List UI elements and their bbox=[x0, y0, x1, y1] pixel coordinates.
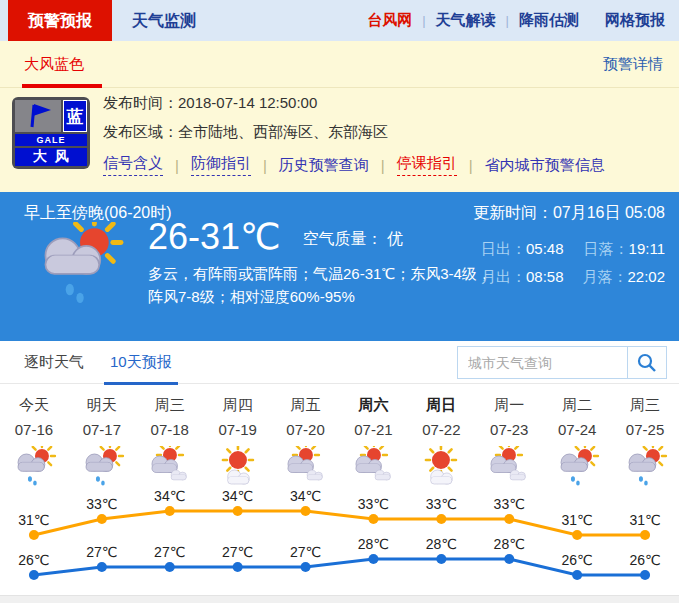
alert-detail-link[interactable]: 预警详情 bbox=[603, 55, 663, 74]
alert-title[interactable]: 大风蓝色 bbox=[24, 55, 84, 74]
day-date: 07-20 bbox=[272, 418, 340, 446]
current-main: 26-31℃ 空气质量： 优 bbox=[148, 218, 403, 256]
weather-icon bbox=[272, 446, 340, 488]
svg-text:34℃: 34℃ bbox=[290, 488, 321, 504]
tab-weather-monitor[interactable]: 天气监测 bbox=[112, 0, 216, 41]
weather-description-line2: 阵风7-8级；相对湿度60%-95% bbox=[148, 285, 492, 308]
weather-icon bbox=[136, 446, 204, 488]
tab-warning-forecast[interactable]: 预警预报 bbox=[8, 0, 112, 41]
nav-link-grid-forecast[interactable]: 网格预报 bbox=[605, 11, 665, 30]
temp-chart: 31℃33℃34℃34℃34℃33℃33℃33℃31℃31℃26℃27℃27℃2… bbox=[0, 488, 679, 595]
link-warning-history[interactable]: 历史预警查询 bbox=[279, 156, 369, 175]
top-nav: 预警预报 天气监测 台风网 | 天气解读 | 降雨估测 网格预报 bbox=[0, 0, 679, 41]
day-column[interactable]: 周一07-23 bbox=[475, 391, 543, 488]
city-search-input[interactable] bbox=[457, 346, 627, 379]
svg-text:27℃: 27℃ bbox=[86, 544, 117, 560]
svg-text:33℃: 33℃ bbox=[86, 496, 117, 512]
tab-10day-forecast[interactable]: 10天预报 bbox=[110, 353, 172, 372]
city-search bbox=[457, 346, 667, 379]
weather-icon bbox=[543, 446, 611, 488]
nav-links: 台风网 | 天气解读 | 降雨估测 网格预报 bbox=[367, 0, 665, 41]
day-date: 07-22 bbox=[407, 418, 475, 446]
publish-time-value: 2018-07-14 12:50:00 bbox=[178, 94, 317, 111]
forecast-tabbar: 逐时天气 10天预报 bbox=[0, 341, 679, 384]
svg-text:28℃: 28℃ bbox=[494, 536, 525, 552]
moonset-value: 22:02 bbox=[627, 268, 665, 285]
link-province-warnings[interactable]: 省内城市预警信息 bbox=[485, 156, 605, 175]
day-column[interactable]: 今天07-16 bbox=[0, 391, 68, 488]
nav-separator: | bbox=[506, 13, 509, 28]
weather-icon bbox=[204, 446, 272, 488]
day-date: 07-18 bbox=[136, 418, 204, 446]
gale-warning-badge: 蓝 GALE 大风 bbox=[12, 97, 90, 169]
svg-text:33℃: 33℃ bbox=[358, 496, 389, 512]
link-defense-guide[interactable]: 防御指引 bbox=[191, 154, 251, 176]
day-column[interactable]: 周二07-24 bbox=[543, 391, 611, 488]
sunset: 日落：19:11 bbox=[584, 240, 665, 259]
forecast-section: 逐时天气 10天预报 今天07-16 明天07-17 bbox=[0, 341, 679, 595]
weather-icon bbox=[68, 446, 136, 488]
day-name: 周六 bbox=[340, 391, 408, 418]
air-quality: 空气质量： 优 bbox=[303, 229, 403, 256]
badge-top: 蓝 bbox=[15, 100, 87, 132]
day-date: 07-17 bbox=[68, 418, 136, 446]
nav-link-rain-estimate[interactable]: 降雨估测 bbox=[519, 11, 579, 30]
svg-text:31℃: 31℃ bbox=[629, 512, 660, 528]
link-signal-meaning[interactable]: 信号含义 bbox=[103, 154, 163, 176]
link-separator: | bbox=[381, 157, 385, 174]
weather-description-line1: 多云，有阵雨或雷阵雨；气温26-31℃；东风3-4级， bbox=[148, 262, 492, 285]
link-separator: | bbox=[469, 157, 473, 174]
weather-icon bbox=[611, 446, 679, 488]
weather-icon bbox=[475, 446, 543, 488]
day-date: 07-16 bbox=[0, 418, 68, 446]
link-separator: | bbox=[175, 157, 179, 174]
svg-text:31℃: 31℃ bbox=[562, 512, 593, 528]
city-search-button[interactable] bbox=[627, 346, 667, 379]
badge-code: GALE bbox=[15, 134, 87, 146]
moonset-label: 月落： bbox=[582, 268, 627, 285]
air-quality-label: 空气质量： bbox=[303, 230, 383, 247]
link-class-suspension[interactable]: 停课指引 bbox=[397, 154, 457, 176]
day-column[interactable]: 周日07-22 bbox=[407, 391, 475, 488]
search-icon bbox=[636, 352, 658, 374]
badge-level-char: 蓝 bbox=[63, 100, 87, 132]
svg-text:33℃: 33℃ bbox=[426, 496, 457, 512]
sun-moon-times: 日出：05:48 日落：19:11 月出：08:58 月落：22:02 bbox=[481, 240, 665, 296]
moon-times-row: 月出：08:58 月落：22:02 bbox=[481, 268, 665, 287]
sunrise: 日出：05:48 bbox=[481, 240, 564, 259]
weather-widget: 预警预报 天气监测 台风网 | 天气解读 | 降雨估测 网格预报 大风蓝色 预警… bbox=[0, 0, 679, 603]
update-time-label: 更新时间： bbox=[473, 204, 553, 221]
publish-time-label: 发布时间： bbox=[103, 94, 178, 111]
nav-link-typhoon[interactable]: 台风网 bbox=[367, 11, 412, 30]
svg-text:27℃: 27℃ bbox=[154, 544, 185, 560]
day-name: 周三 bbox=[136, 391, 204, 418]
svg-text:27℃: 27℃ bbox=[290, 544, 321, 560]
alert-bar: 大风蓝色 预警详情 bbox=[0, 41, 679, 88]
sunrise-value: 05:48 bbox=[526, 240, 564, 257]
sunset-label: 日落： bbox=[584, 240, 629, 257]
badge-name: 大风 bbox=[15, 148, 87, 166]
moonrise-label: 月出： bbox=[481, 268, 526, 285]
weather-icon bbox=[0, 446, 68, 488]
current-weather-icon bbox=[26, 222, 130, 308]
svg-text:26℃: 26℃ bbox=[629, 552, 660, 568]
day-column[interactable]: 周五07-20 bbox=[272, 391, 340, 488]
svg-text:33℃: 33℃ bbox=[494, 496, 525, 512]
day-date: 07-23 bbox=[475, 418, 543, 446]
warning-section: 大风蓝色 预警详情 蓝 GALE 大风 发布时间：2018-07-14 12:5… bbox=[0, 41, 679, 192]
nav-link-weather-explain[interactable]: 天气解读 bbox=[436, 11, 496, 30]
publish-area-value: 全市陆地、西部海区、东部海区 bbox=[178, 123, 388, 140]
day-column[interactable]: 周三07-25 bbox=[611, 391, 679, 488]
day-date: 07-24 bbox=[543, 418, 611, 446]
current-weather-panel: 早上至傍晚(06-20时) 更新时间：07月16日 05:08 26-31℃ 空… bbox=[0, 192, 679, 341]
day-column[interactable]: 周四07-19 bbox=[204, 391, 272, 488]
tab-hourly-weather[interactable]: 逐时天气 bbox=[24, 353, 84, 372]
day-column[interactable]: 周六07-21 bbox=[340, 391, 408, 488]
day-date: 07-25 bbox=[611, 418, 679, 446]
day-column[interactable]: 明天07-17 bbox=[68, 391, 136, 488]
svg-text:27℃: 27℃ bbox=[222, 544, 253, 560]
day-column[interactable]: 周三07-18 bbox=[136, 391, 204, 488]
temp-range: 26-31℃ bbox=[148, 218, 281, 256]
warning-info: 发布时间：2018-07-14 12:50:00 发布区域：全市陆地、西部海区、… bbox=[103, 94, 388, 152]
weather-icon bbox=[340, 446, 408, 488]
